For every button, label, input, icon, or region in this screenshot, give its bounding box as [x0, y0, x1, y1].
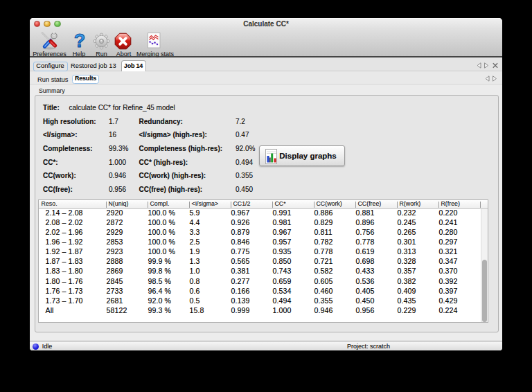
svg-text:?: ? — [74, 32, 86, 50]
